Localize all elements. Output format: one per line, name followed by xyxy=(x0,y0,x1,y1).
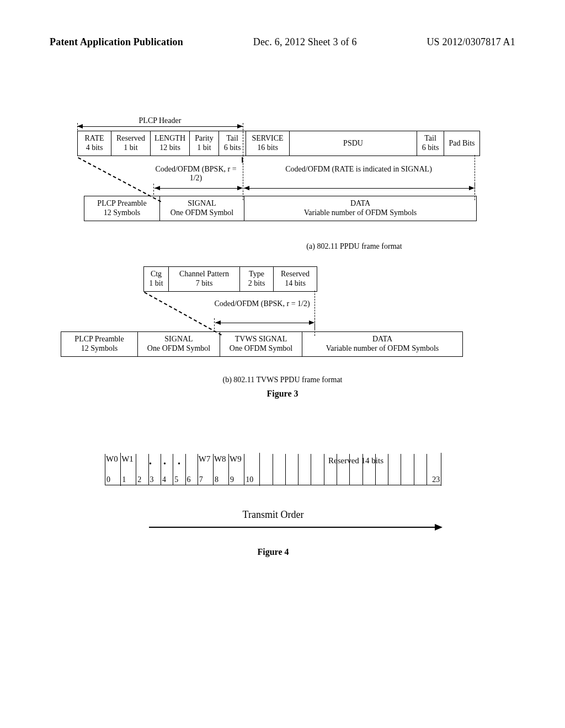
fig4-transmit-label: Transmit Order xyxy=(105,509,441,521)
fig3b-top-0: Ctg1 bit xyxy=(143,266,169,292)
fig3b-annot: Coded/OFDM (BPSK, r = 1/2) xyxy=(210,299,315,308)
fig4-dots: · · · xyxy=(149,457,185,470)
fig4-reserved-label: Reserved 14 bits xyxy=(276,456,436,465)
fig3b-top-1: Channel Pattern7 bits xyxy=(168,266,240,292)
fig3a-annot-left: Coded/OFDM (BPSK, r = 1/2) xyxy=(149,165,243,183)
fig3b-top-row: Ctg1 bitChannel Pattern7 bitsType2 bitsR… xyxy=(143,266,515,292)
fig3b-caption: (b) 802.11 TVWS PPDU frame format xyxy=(50,376,515,384)
bit-1: W11 xyxy=(120,454,136,485)
bit-8: W88 xyxy=(213,454,228,485)
bit-9: W99 xyxy=(228,454,244,485)
fig3a-bottom-row: PLCP Preamble12 SymbolsSIGNALOne OFDM Sy… xyxy=(84,196,515,221)
fig3a-cell-7: Tail6 bits xyxy=(417,131,444,156)
fig3a-cell-0: RATE4 bits xyxy=(77,131,111,156)
fig4-arrow xyxy=(149,527,441,528)
fig3a-row2-0: PLCP Preamble12 Symbols xyxy=(84,196,160,221)
fig3b-top-2: Type2 bits xyxy=(239,266,274,292)
fig3b-bottom-row: PLCP Preamble12 SymbolsSIGNALOne OFDM Sy… xyxy=(61,331,515,357)
fig3a-cell-3: Parity1 bit xyxy=(189,131,219,156)
bit-2: 2 xyxy=(136,454,148,485)
bit-6: 6 xyxy=(185,454,198,485)
fig3a-annot-right: Coded/OFDM (RATE is indicated in SIGNAL) xyxy=(259,165,458,174)
plcp-header-label: PLCP Header xyxy=(77,116,243,125)
hdr-left: Patent Application Publication xyxy=(50,36,183,48)
fig3a-cell-8: Pad Bits xyxy=(444,131,480,156)
hdr-center: Dec. 6, 2012 Sheet 3 of 6 xyxy=(253,36,357,48)
fig3b-top-3: Reserved14 bits xyxy=(273,266,317,292)
fig3b-row2-3: DATAVariable number of OFDM Symbols xyxy=(302,331,463,357)
reserved-tick-0 xyxy=(259,454,272,485)
bit-7: W77 xyxy=(198,454,213,485)
hdr-right: US 2012/0307817 A1 xyxy=(427,36,515,48)
figure3-label: Figure 3 xyxy=(50,389,515,399)
fig3b-row2-1: SIGNALOne OFDM Symbol xyxy=(137,331,220,357)
fig3a-cell-1: Reserved1 bit xyxy=(111,131,151,156)
fig3a-cell-2: LENGTH12 bits xyxy=(150,131,190,156)
fig3a-cell-4: Tail6 bits xyxy=(218,131,246,156)
fig3a-top-row: RATE4 bitsReserved1 bitLENGTH12 bitsPari… xyxy=(77,131,515,156)
page-header: Patent Application Publication Dec. 6, 2… xyxy=(50,36,515,48)
figure4-label: Figure 4 xyxy=(105,547,441,557)
bit-0: W00 xyxy=(105,454,120,485)
fig3a-row2-1: SIGNALOne OFDM Symbol xyxy=(159,196,244,221)
fig3b-row2-0: PLCP Preamble12 Symbols xyxy=(61,331,138,357)
bit-10: 10 xyxy=(244,454,259,485)
fig3a-cell-6: PSDU xyxy=(289,131,417,156)
fig3a-row2-2: DATAVariable number of OFDM Symbols xyxy=(244,196,477,221)
fig3a-cell-5: SERVICE16 bits xyxy=(246,131,290,156)
fig3b-row2-2: TVWS SIGNALOne OFDM Symbol xyxy=(220,331,302,357)
fig3a-caption: (a) 802.11 PPDU frame format xyxy=(193,242,515,251)
